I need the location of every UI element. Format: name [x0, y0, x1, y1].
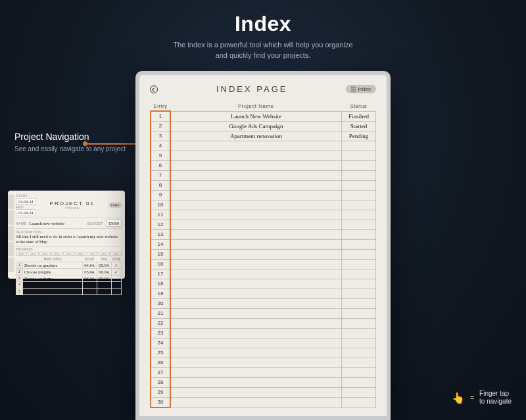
tablet-device: INDEX PAGE Index Entry Project Name Stat… [135, 71, 391, 420]
project-name-cell [170, 348, 342, 358]
project-name-cell [170, 240, 342, 250]
status-cell [342, 329, 376, 338]
index-row[interactable]: 2Google Ads CampaignStarted [151, 122, 376, 131]
index-row[interactable]: 1Launch New WebsiteFinsihed [151, 111, 376, 122]
index-row[interactable]: 8 [151, 181, 376, 191]
entry-number[interactable]: 16 [151, 260, 170, 269]
status-cell [342, 388, 376, 398]
entry-number[interactable]: 30 [151, 398, 170, 408]
index-row[interactable]: 5 [151, 151, 376, 161]
entry-number[interactable]: 20 [151, 299, 170, 309]
entry-number[interactable]: 1 [151, 111, 170, 122]
project-name-cell [170, 200, 342, 210]
entry-number[interactable]: 11 [151, 210, 170, 220]
project-name-cell [170, 230, 342, 240]
entry-number[interactable]: 23 [151, 329, 170, 338]
index-row[interactable]: 29 [151, 388, 376, 398]
entry-number[interactable]: 15 [151, 250, 170, 260]
mini-task-row: 1Decide on graphics04.04.05.04. [16, 262, 122, 268]
col-entry: Entry [151, 103, 170, 111]
index-row[interactable]: 15 [151, 250, 376, 260]
status-cell [342, 161, 376, 171]
callout-project-nav: Project Navigation See and easily naviga… [14, 131, 126, 154]
index-row[interactable]: 12 [151, 220, 376, 230]
index-row[interactable]: 26 [151, 358, 376, 368]
index-row[interactable]: 18 [151, 279, 376, 289]
mini-tab[interactable] [8, 210, 14, 225]
entry-number[interactable]: 5 [151, 151, 170, 161]
entry-number[interactable]: 9 [151, 191, 170, 200]
entry-number[interactable]: 13 [151, 230, 170, 240]
index-row[interactable]: 16 [151, 260, 376, 269]
project-name-cell [170, 338, 342, 348]
entry-number[interactable]: 17 [151, 269, 170, 279]
index-row[interactable]: 27 [151, 368, 376, 378]
index-row[interactable]: 11 [151, 210, 376, 220]
index-row[interactable]: 4 [151, 141, 376, 151]
status-cell [342, 299, 376, 309]
index-row[interactable]: 28 [151, 378, 376, 388]
project-name-cell [170, 260, 342, 269]
index-row[interactable]: 23 [151, 329, 376, 338]
index-row[interactable]: 20 [151, 299, 376, 309]
entry-number[interactable]: 7 [151, 171, 170, 181]
project-name-cell [170, 171, 342, 181]
entry-number[interactable]: 14 [151, 240, 170, 250]
index-row[interactable]: 6 [151, 161, 376, 171]
entry-number[interactable]: 29 [151, 388, 170, 398]
index-row[interactable]: 7 [151, 171, 376, 181]
index-row[interactable]: 14 [151, 240, 376, 250]
mini-index-button[interactable]: Index [108, 202, 122, 208]
mini-tab[interactable] [8, 226, 14, 241]
entry-number[interactable]: 8 [151, 181, 170, 191]
status-cell [342, 191, 376, 200]
entry-number[interactable]: 4 [151, 141, 170, 151]
status-cell [342, 181, 376, 191]
index-row[interactable]: 3Apartment renovationPending [151, 131, 376, 141]
list-icon [351, 87, 356, 91]
entry-number[interactable]: 27 [151, 368, 170, 378]
mini-tab[interactable] [8, 258, 14, 272]
project-name-cell [170, 309, 342, 319]
index-row[interactable]: 22 [151, 319, 376, 329]
status-cell [342, 200, 376, 210]
status-cell [342, 210, 376, 220]
index-row[interactable]: 30 [151, 398, 376, 408]
entry-number[interactable]: 25 [151, 348, 170, 358]
index-row[interactable]: 25 [151, 348, 376, 358]
entry-number[interactable]: 10 [151, 200, 170, 210]
col-name: Project Name [170, 103, 342, 111]
entry-number[interactable]: 28 [151, 378, 170, 388]
page-heading: Index [0, 12, 526, 36]
project-name-cell [170, 250, 342, 260]
index-row[interactable]: 9 [151, 191, 376, 200]
entry-number[interactable]: 26 [151, 358, 170, 368]
entry-number[interactable]: 22 [151, 319, 170, 329]
index-row[interactable]: 21 [151, 309, 376, 319]
mini-tab[interactable] [8, 195, 14, 209]
index-row[interactable]: 10 [151, 200, 376, 210]
mini-col-tasks: MAIN TASKS [23, 257, 83, 262]
entry-number[interactable]: 21 [151, 309, 170, 319]
entry-number[interactable]: 3 [151, 131, 170, 141]
col-status: Status [342, 103, 376, 111]
index-row[interactable]: 19 [151, 289, 376, 299]
status-cell [342, 151, 376, 161]
entry-number[interactable]: 12 [151, 220, 170, 230]
project-name-cell [170, 220, 342, 230]
project-name-cell [170, 329, 342, 338]
status-cell [342, 171, 376, 181]
mini-tab[interactable] [8, 242, 14, 256]
entry-number[interactable]: 19 [151, 289, 170, 299]
status-cell [342, 141, 376, 151]
entry-number[interactable]: 2 [151, 122, 170, 131]
index-button[interactable]: Index [346, 85, 376, 93]
entry-number[interactable]: 6 [151, 161, 170, 171]
index-row[interactable]: 17 [151, 269, 376, 279]
entry-number[interactable]: 18 [151, 279, 170, 289]
index-row[interactable]: 24 [151, 338, 376, 348]
entry-number[interactable]: 24 [151, 338, 170, 348]
home-icon[interactable] [150, 85, 158, 93]
index-row[interactable]: 13 [151, 230, 376, 240]
project-name-cell: Launch New Website [170, 111, 342, 122]
